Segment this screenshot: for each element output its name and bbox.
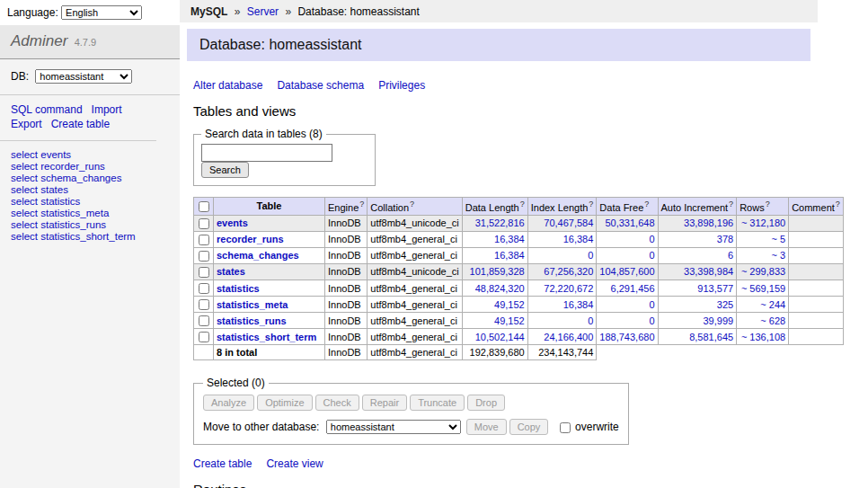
search-button[interactable]: Search [201, 162, 249, 178]
create-link-create-table[interactable]: Create table [193, 457, 252, 470]
index-length-link[interactable]: 24,166,400 [544, 332, 593, 342]
help-icon[interactable]: ? [644, 200, 649, 209]
table-name-link[interactable]: statistics_runs [217, 315, 287, 326]
repair-button[interactable]: Repair [362, 395, 407, 411]
drop-button[interactable]: Drop [467, 395, 505, 411]
rows-link[interactable]: ~ 136,108 [741, 332, 785, 342]
data-length-link[interactable]: 16,384 [494, 234, 525, 244]
language-select[interactable]: English [61, 5, 142, 20]
col-header-data-free[interactable]: Data Free? [597, 198, 658, 216]
data-free-link[interactable]: 0 [649, 315, 654, 326]
row-checkbox[interactable] [199, 315, 209, 326]
sidebar-table-link-select-statistics[interactable]: select statistics [11, 196, 169, 208]
table-name-link[interactable]: states [217, 266, 245, 277]
rows-link[interactable]: ~ 299,833 [741, 266, 785, 277]
index-length-link[interactable]: 72,220,672 [544, 283, 593, 294]
auto-increment-link[interactable]: 39,999 [703, 315, 733, 326]
row-checkbox[interactable] [199, 251, 209, 262]
data-length-link[interactable]: 49,152 [494, 299, 525, 310]
sidebar-action-create-table[interactable]: Create table [51, 117, 110, 131]
db-link-alter-database[interactable]: Alter database [193, 79, 262, 92]
truncate-button[interactable]: Truncate [410, 395, 465, 411]
analyze-button[interactable]: Analyze [203, 395, 254, 411]
index-length-link[interactable]: 16,384 [563, 299, 594, 310]
sidebar-table-link-select-statistics-short-term[interactable]: select statistics_short_term [11, 231, 169, 243]
create-link-create-view[interactable]: Create view [266, 457, 323, 470]
col-header-index-length[interactable]: Index Length? [527, 198, 597, 216]
sidebar-table-link-select-statistics-runs[interactable]: select statistics_runs [11, 219, 169, 231]
auto-increment-link[interactable]: 33,898,196 [684, 217, 733, 228]
sidebar-action-import[interactable]: Import [92, 102, 122, 117]
db-link-privileges[interactable]: Privileges [378, 79, 425, 92]
col-header-engine[interactable]: Engine? [325, 198, 368, 216]
help-icon[interactable]: ? [766, 200, 770, 209]
col-header-auto-increment[interactable]: Auto Increment? [658, 198, 737, 216]
data-free-link[interactable]: 188,743,680 [599, 332, 654, 342]
data-free-link[interactable]: 6,291,456 [611, 283, 655, 294]
move-db-select[interactable]: homeassistant [326, 420, 461, 434]
db-select[interactable]: homeassistant [35, 69, 132, 84]
copy-button[interactable]: Copy [509, 419, 549, 435]
row-checkbox[interactable] [199, 283, 209, 294]
data-free-link[interactable]: 50,331,648 [605, 217, 654, 228]
check-button[interactable]: Check [315, 395, 359, 411]
col-header-rows[interactable]: Rows? [737, 198, 789, 216]
optimize-button[interactable]: Optimize [257, 395, 312, 411]
data-free-link[interactable]: 104,857,600 [599, 266, 654, 277]
data-length-link[interactable]: 48,824,320 [475, 283, 525, 294]
auto-increment-link[interactable]: 6 [728, 250, 733, 261]
index-length-link[interactable]: 0 [588, 315, 593, 326]
table-name-link[interactable]: statistics [217, 283, 260, 294]
help-icon[interactable]: ? [359, 200, 364, 209]
move-button[interactable]: Move [466, 419, 507, 435]
sidebar-table-link-select-recorder-runs[interactable]: select recorder_runs [11, 161, 169, 173]
sidebar-table-link-select-events[interactable]: select events [11, 149, 169, 161]
index-length-link[interactable]: 0 [588, 250, 593, 261]
sidebar-table-link-select-states[interactable]: select states [11, 184, 169, 196]
sidebar-table-link-select-schema-changes[interactable]: select schema_changes [11, 173, 169, 184]
index-length-link[interactable]: 70,467,584 [544, 217, 593, 228]
row-checkbox[interactable] [199, 332, 209, 342]
data-free-link[interactable]: 0 [649, 250, 654, 261]
help-icon[interactable]: ? [410, 200, 414, 209]
rows-link[interactable]: ~ 628 [760, 315, 785, 326]
data-length-link[interactable]: 49,152 [494, 315, 525, 326]
help-icon[interactable]: ? [729, 200, 733, 209]
table-name-link[interactable]: recorder_runs [217, 234, 284, 244]
breadcrumb-server-link[interactable]: Server [247, 5, 279, 18]
rows-link[interactable]: ~ 569,159 [741, 283, 785, 294]
row-checkbox[interactable] [199, 299, 209, 310]
index-length-link[interactable]: 16,384 [563, 234, 594, 244]
breadcrumb-driver-link[interactable]: MySQL [190, 5, 227, 18]
rows-link[interactable]: ~ 3 [772, 250, 786, 261]
row-checkbox[interactable] [199, 235, 209, 245]
index-length-link[interactable]: 67,256,320 [544, 266, 593, 277]
auto-increment-link[interactable]: 8,581,645 [689, 332, 733, 342]
col-header-comment[interactable]: Comment? [789, 198, 844, 216]
sidebar-action-export[interactable]: Export [11, 117, 42, 131]
auto-increment-link[interactable]: 325 [717, 299, 733, 310]
col-header-data-length[interactable]: Data Length? [462, 198, 527, 216]
data-length-link[interactable]: 16,384 [494, 250, 525, 261]
help-icon[interactable]: ? [589, 200, 593, 209]
table-name-link[interactable]: statistics_meta [217, 299, 288, 310]
table-name-link[interactable]: events [217, 217, 248, 228]
row-checkbox[interactable] [199, 218, 209, 229]
help-icon[interactable]: ? [836, 200, 840, 209]
sidebar-action-sql-command[interactable]: SQL command [11, 102, 83, 117]
overwrite-checkbox[interactable] [560, 422, 571, 433]
rows-link[interactable]: ~ 244 [760, 299, 785, 310]
data-free-link[interactable]: 0 [649, 299, 654, 310]
table-name-link[interactable]: schema_changes [217, 250, 299, 261]
search-input[interactable] [201, 144, 332, 162]
data-length-link[interactable]: 101,859,328 [470, 266, 525, 277]
data-length-link[interactable]: 31,522,816 [475, 217, 525, 228]
db-link-database-schema[interactable]: Database schema [277, 79, 364, 92]
row-checkbox[interactable] [199, 267, 209, 278]
rows-link[interactable]: ~ 5 [772, 234, 786, 244]
auto-increment-link[interactable]: 33,398,984 [684, 266, 733, 277]
col-header-collation[interactable]: Collation? [368, 198, 462, 216]
auto-increment-link[interactable]: 378 [717, 234, 733, 244]
sidebar-table-link-select-statistics-meta[interactable]: select statistics_meta [11, 208, 169, 219]
rows-link[interactable]: ~ 312,180 [741, 217, 785, 228]
